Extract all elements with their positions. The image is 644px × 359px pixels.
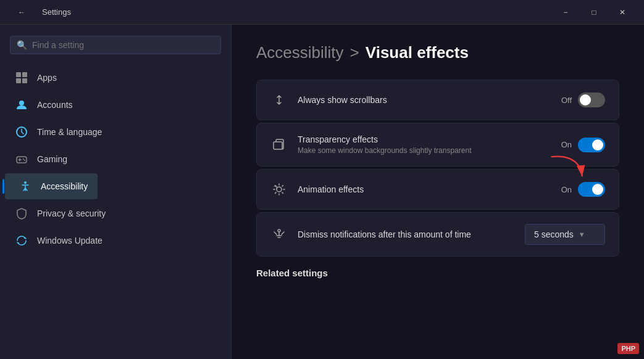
setting-transparency: Transparency effects Make some window ba… (256, 123, 619, 167)
scrollbars-toggle-knob (580, 94, 591, 105)
titlebar: ← Settings − □ ✕ (0, 0, 644, 25)
animation-title: Animation effects (298, 184, 551, 194)
app-container: 🔍 Apps (0, 25, 644, 359)
animation-icon (270, 181, 288, 198)
sidebar-item-update[interactable]: Windows Update (5, 228, 112, 254)
search-input[interactable] (32, 40, 214, 50)
notifications-icon (270, 226, 288, 243)
sidebar-label-accessibility: Accessibility (41, 181, 88, 191)
sidebar-label-update: Windows Update (37, 236, 102, 246)
svg-rect-0 (16, 72, 21, 77)
notifications-control: 5 seconds ▼ (525, 224, 605, 245)
accessibility-icon (19, 180, 32, 193)
transparency-toggle[interactable] (578, 138, 605, 152)
sidebar-label-privacy: Privacy & security (37, 208, 106, 218)
sidebar: 🔍 Apps (0, 25, 232, 359)
titlebar-title: Settings (42, 7, 71, 17)
sidebar-item-wrapper-time: Time & language (0, 118, 231, 146)
breadcrumb: Accessibility > Visual effects (256, 43, 619, 62)
svg-point-9 (24, 181, 27, 184)
breadcrumb-parent: Accessibility (256, 43, 344, 62)
scrollbars-title: Always show scrollbars (298, 95, 551, 105)
minimize-button[interactable]: − (551, 0, 580, 25)
animation-toggle[interactable] (578, 182, 605, 197)
gaming-icon (15, 152, 28, 166)
sidebar-label-time: Time & language (37, 127, 102, 137)
sidebar-item-wrapper-accounts: Accounts (0, 91, 231, 118)
sidebar-item-apps[interactable]: Apps (5, 65, 67, 91)
titlebar-left: ← Settings (7, 0, 71, 25)
svg-rect-10 (274, 142, 282, 149)
svg-rect-3 (22, 78, 27, 83)
setting-notifications: Dismiss notifications after this amount … (256, 212, 619, 257)
main-content: Accessibility > Visual effects Always sh… (232, 25, 644, 359)
transparency-content: Transparency effects Make some window ba… (298, 134, 551, 155)
animation-toggle-knob (592, 184, 603, 195)
apps-icon (15, 71, 28, 85)
sidebar-item-wrapper-accessibility: Accessibility (0, 173, 231, 200)
svg-point-4 (19, 101, 24, 105)
sidebar-label-apps: Apps (37, 73, 57, 83)
sidebar-item-accounts[interactable]: Accounts (5, 92, 83, 118)
svg-point-8 (24, 160, 25, 161)
sidebar-item-time[interactable]: Time & language (5, 119, 112, 145)
svg-point-7 (23, 159, 24, 160)
transparency-desc: Make some window backgrounds slightly tr… (298, 146, 551, 155)
setting-scrollbars: Always show scrollbars Off (256, 80, 619, 120)
svg-point-11 (277, 187, 282, 192)
related-settings-heading: Related settings (256, 268, 619, 278)
sidebar-label-accounts: Accounts (37, 100, 73, 110)
setting-animation: Animation effects On (256, 169, 619, 210)
breadcrumb-current: Visual effects (366, 43, 469, 62)
svg-rect-1 (22, 72, 27, 77)
update-icon (15, 234, 28, 247)
search-box[interactable]: 🔍 (10, 36, 221, 54)
notifications-dropdown[interactable]: 5 seconds ▼ (525, 224, 605, 245)
breadcrumb-separator: > (350, 43, 359, 62)
transparency-title: Transparency effects (298, 134, 551, 144)
scrollbars-content: Always show scrollbars (298, 95, 551, 105)
dropdown-value: 5 seconds (534, 229, 574, 239)
sidebar-item-wrapper-apps: Apps (0, 64, 231, 91)
maximize-button[interactable]: □ (580, 0, 608, 25)
transparency-icon (270, 136, 288, 154)
transparency-control: On (561, 138, 605, 152)
sidebar-item-wrapper-gaming: Gaming (0, 146, 231, 173)
privacy-icon (15, 207, 28, 220)
search-icon: 🔍 (17, 40, 27, 50)
sidebar-item-wrapper-privacy: Privacy & security (0, 200, 231, 227)
scrollbars-icon (270, 91, 288, 109)
accounts-icon (15, 98, 28, 112)
scrollbars-toggle[interactable] (578, 93, 605, 107)
sidebar-item-wrapper-update: Windows Update (0, 227, 231, 254)
notifications-content: Dismiss notifications after this amount … (298, 229, 515, 239)
animation-toggle-label: On (561, 185, 572, 194)
sidebar-item-privacy[interactable]: Privacy & security (5, 200, 115, 226)
animation-control: On (561, 182, 605, 197)
sidebar-item-accessibility[interactable]: Accessibility (5, 173, 98, 199)
scrollbars-control: Off (561, 93, 605, 107)
sidebar-item-gaming[interactable]: Gaming (5, 146, 77, 172)
time-icon (15, 125, 28, 139)
titlebar-controls: − □ ✕ (551, 0, 637, 25)
php-watermark: PHP (617, 343, 639, 354)
close-button[interactable]: ✕ (608, 0, 637, 25)
animation-content: Animation effects (298, 184, 551, 194)
transparency-toggle-knob (592, 139, 603, 151)
svg-rect-2 (16, 78, 21, 83)
active-indicator (2, 179, 4, 194)
scrollbars-toggle-label: Off (561, 96, 572, 105)
dropdown-arrow-icon: ▼ (579, 231, 585, 238)
transparency-toggle-label: On (561, 140, 572, 149)
sidebar-label-gaming: Gaming (37, 154, 67, 164)
notifications-title: Dismiss notifications after this amount … (298, 229, 515, 239)
back-button[interactable]: ← (7, 0, 36, 25)
